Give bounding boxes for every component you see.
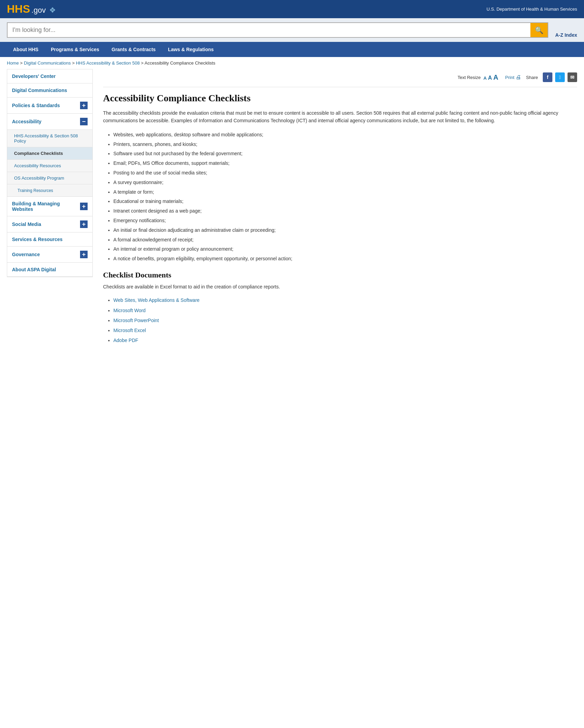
sidebar-item-title-accessibility: Accessibility: [12, 119, 42, 124]
breadcrumb-sep-1: >: [20, 60, 24, 66]
breadcrumb-hhs-accessibility[interactable]: HHS Accessibility & Section 508: [76, 60, 140, 66]
search-input[interactable]: [8, 23, 530, 37]
sidebar-item-title-developers-center: Developers' Center: [12, 73, 56, 79]
doc-link-microsoft-excel[interactable]: Microsoft Excel: [113, 328, 146, 333]
doc-link-microsoft-powerpoint[interactable]: Microsoft PowerPoint: [113, 318, 159, 323]
list-item: An initial or final decision adjudicatin…: [113, 226, 577, 235]
text-resize-large[interactable]: A: [493, 73, 498, 81]
list-item: An internal or external program or polic…: [113, 244, 577, 254]
sidebar-submenu-item-training-resources[interactable]: Training Resources: [7, 184, 92, 196]
checklist-section-title: Checklist Documents: [103, 271, 577, 280]
search-bar-wrap: 🔍: [7, 22, 548, 38]
sidebar-submenu-item-os-accessibility[interactable]: OS Accessibility Program: [7, 172, 92, 184]
sidebar-link-training-resources[interactable]: Training Resources: [18, 188, 53, 193]
nav-item-about-hhs[interactable]: About HHS: [7, 42, 45, 57]
sidebar-item-title-policies-standards: Policies & Standards: [12, 103, 60, 108]
list-item: Web Sites, Web Applications & Software: [113, 295, 577, 305]
sidebar-item-building-managing: Building & Managing Websites +: [7, 197, 92, 216]
text-resize-label: Text Resize: [458, 75, 481, 80]
share-email-icon[interactable]: ✉: [568, 72, 577, 82]
sidebar-submenu-item-hhs-policy[interactable]: HHS Accessibility & Section 508 Policy: [7, 129, 92, 147]
sidebar: Developers' Center Digital Communication…: [7, 69, 93, 277]
logo-hhs: HHS: [7, 3, 30, 14]
list-item: A formal acknowledgement of receipt;: [113, 235, 577, 245]
az-index-link[interactable]: A-Z Index: [555, 31, 577, 38]
sidebar-item-accessibility: Accessibility − HHS Accessibility & Sect…: [7, 114, 92, 197]
logo-area: HHS .gov ❖: [7, 3, 56, 15]
page-title: Accessibility Compliance Checklists: [103, 93, 577, 104]
sidebar-item-title-digital-communications: Digital Communications: [12, 88, 67, 93]
checklist-doc-list: Web Sites, Web Applications & Software M…: [103, 295, 577, 345]
print-link[interactable]: Print: [505, 74, 521, 80]
sidebar-link-os-accessibility[interactable]: OS Accessibility Program: [14, 175, 64, 181]
breadcrumb-sep-3: >: [141, 60, 145, 66]
list-item: Microsoft PowerPoint: [113, 316, 577, 326]
agency-name: U.S. Department of Health & Human Servic…: [486, 7, 577, 12]
share-icons: f 𝕇 ✉: [543, 72, 577, 82]
list-item: Intranet content designed as a web page;: [113, 206, 577, 216]
sidebar-item-title-building-managing: Building & Managing Websites: [12, 201, 80, 212]
sidebar-item-policies-standards: Policies & Standards +: [7, 98, 92, 114]
sidebar-submenu-accessibility: HHS Accessibility & Section 508 Policy C…: [7, 129, 92, 196]
doc-link-adobe-pdf[interactable]: Adobe PDF: [113, 338, 138, 343]
sidebar-item-about-aspa: About ASPA Digital: [7, 263, 92, 277]
breadcrumb: Home > Digital Communications > HHS Acce…: [0, 57, 584, 69]
sidebar-item-title-services-resources: Services & Resources: [12, 237, 63, 242]
breadcrumb-digital-communications[interactable]: Digital Communications: [24, 60, 71, 66]
share-label: Share: [526, 75, 538, 80]
list-item: Email; PDFs, MS Office documents, suppor…: [113, 159, 577, 168]
nav-item-programs-services[interactable]: Programs & Services: [45, 42, 105, 57]
main-nav: About HHS Programs & Services Grants & C…: [0, 42, 584, 57]
hhs-logo-icon: ❖: [49, 6, 56, 15]
print-share: Print Share f 𝕇 ✉: [505, 72, 577, 82]
print-icon: [516, 74, 521, 80]
list-item: Microsoft Excel: [113, 326, 577, 335]
text-resize-medium[interactable]: A: [488, 75, 492, 81]
list-item: A survey questionnaire;: [113, 178, 577, 187]
sidebar-item-developers-center: Developers' Center: [7, 69, 92, 83]
intro-text: The accessibility checklists provide the…: [103, 109, 577, 125]
sidebar-item-title-governance: Governance: [12, 252, 40, 257]
sidebar-link-accessibility-resources[interactable]: Accessibility Resources: [14, 163, 61, 168]
share-twitter-icon[interactable]: 𝕇: [555, 72, 565, 82]
share-facebook-icon[interactable]: f: [543, 72, 552, 82]
sidebar-toggle-policies-standards[interactable]: +: [80, 102, 88, 109]
doc-link-microsoft-word[interactable]: Microsoft Word: [113, 308, 146, 313]
nav-item-laws-regulations[interactable]: Laws & Regulations: [162, 42, 220, 57]
sidebar-submenu-item-accessibility-resources[interactable]: Accessibility Resources: [7, 159, 92, 172]
list-item: Websites, web applications, desktop soft…: [113, 130, 577, 140]
doc-link-web-sites[interactable]: Web Sites, Web Applications & Software: [113, 297, 200, 303]
checklist-section-desc: Checklists are available in Excel format…: [103, 283, 577, 291]
nav-item-grants-contracts[interactable]: Grants & Contracts: [105, 42, 162, 57]
sidebar-submenu-item-compliance-checklists[interactable]: Compliance Checklists: [7, 147, 92, 159]
breadcrumb-home[interactable]: Home: [7, 60, 19, 66]
sidebar-link-hhs-policy[interactable]: HHS Accessibility & Section 508 Policy: [14, 133, 78, 144]
sidebar-toggle-accessibility[interactable]: −: [80, 118, 88, 125]
sidebar-toggle-building-managing[interactable]: +: [80, 203, 88, 210]
sidebar-item-social-media: Social Media +: [7, 216, 92, 232]
list-item: A notice of benefits, program eligibilit…: [113, 254, 577, 264]
text-resize-small[interactable]: A: [483, 76, 486, 81]
sidebar-item-governance: Governance +: [7, 247, 92, 263]
text-resize-bar: Text Resize A A A Print Share f 𝕇 ✉: [103, 72, 577, 87]
breadcrumb-current: Accessibility Compliance Checklists: [145, 60, 215, 66]
content-area: Developers' Center Digital Communication…: [0, 69, 584, 356]
sidebar-toggle-social-media[interactable]: +: [80, 220, 88, 228]
print-label: Print: [505, 75, 515, 80]
list-item: Posting to and the use of social media s…: [113, 168, 577, 178]
top-header: HHS .gov ❖ U.S. Department of Health & H…: [0, 0, 584, 18]
main-content: Text Resize A A A Print Share f 𝕇 ✉: [100, 69, 577, 356]
sidebar-item-digital-communications: Digital Communications: [7, 83, 92, 98]
sidebar-item-services-resources: Services & Resources: [7, 232, 92, 247]
text-resize-buttons: A A A: [483, 73, 498, 81]
list-item: Printers, scanners, phones, and kiosks;: [113, 140, 577, 149]
sidebar-item-title-about-aspa: About ASPA Digital: [12, 267, 56, 272]
list-item: A template or form;: [113, 187, 577, 197]
search-button[interactable]: 🔍: [530, 23, 548, 37]
list-item: Adobe PDF: [113, 335, 577, 345]
logo-gov: .gov: [32, 6, 46, 15]
sidebar-toggle-governance[interactable]: +: [80, 251, 88, 258]
main-bullet-list: Websites, web applications, desktop soft…: [103, 130, 577, 264]
list-item: Microsoft Word: [113, 306, 577, 316]
list-item: Software used but not purchased by the f…: [113, 149, 577, 159]
